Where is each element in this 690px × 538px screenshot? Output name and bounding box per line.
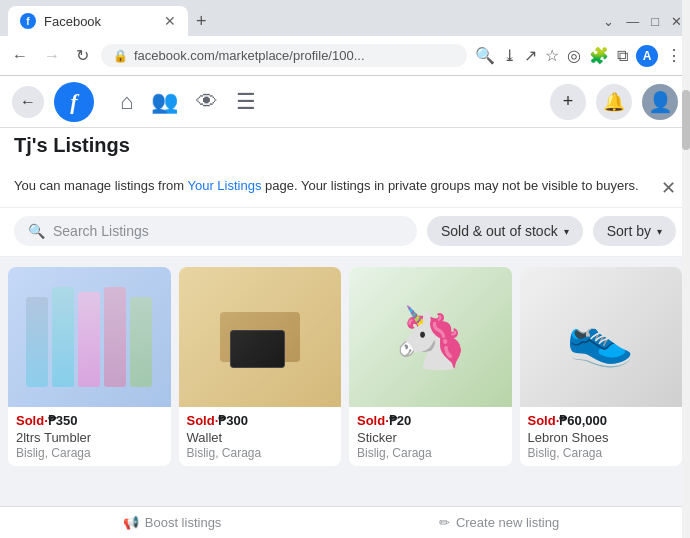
listings-section: Sold·₱350 2ltrs Tumbler Bislig, Caraga S… <box>0 257 690 476</box>
listing-card[interactable]: Sold·₱300 Wallet Bislig, Caraga <box>179 267 342 466</box>
search-icon: 🔍 <box>28 223 45 239</box>
sold-filter-chevron: ▾ <box>564 226 569 237</box>
fb-back-button[interactable]: ← <box>12 86 44 118</box>
listing-location: Bislig, Caraga <box>187 446 334 460</box>
page-title: Tj's Listings <box>14 134 676 157</box>
share-icon[interactable]: ↗ <box>524 46 537 65</box>
target-icon[interactable]: ◎ <box>567 46 581 65</box>
browser-toolbar: 🔍 ⤓ ↗ ☆ ◎ 🧩 ⧉ A ⋮ <box>475 45 682 67</box>
home-icon[interactable]: ⌂ <box>120 89 133 115</box>
sort-label: Sort by <box>607 223 651 239</box>
user-avatar[interactable]: 👤 <box>642 84 678 120</box>
fb-header: ← f ⌂ 👥 👁 ☰ + 🔔 👤 <box>0 76 690 128</box>
sold-label: Sold· <box>357 413 389 428</box>
listing-price: ₱350 <box>48 413 78 428</box>
scrollbar-thumb[interactable] <box>682 90 690 150</box>
notification-text: You can manage listings from Your Listin… <box>14 177 653 195</box>
tab-close-button[interactable]: ✕ <box>164 13 176 29</box>
new-tab-button[interactable]: + <box>196 12 207 30</box>
listing-card[interactable]: Sold·₱350 2ltrs Tumbler Bislig, Caraga <box>8 267 171 466</box>
fb-nav-icons: ⌂ 👥 👁 ☰ <box>120 89 256 115</box>
notification-banner: You can manage listings from Your Listin… <box>0 169 690 208</box>
active-tab[interactable]: f Facebook ✕ <box>8 6 188 36</box>
tab-favicon: f <box>20 13 36 29</box>
tab-bar: f Facebook ✕ + ⌄ — □ ✕ <box>0 0 690 36</box>
listing-info: Sold·₱300 Wallet Bislig, Caraga <box>179 407 342 466</box>
listing-price: ₱20 <box>389 413 411 428</box>
sold-filter-button[interactable]: Sold & out of stock ▾ <box>427 216 583 246</box>
listing-card[interactable]: 👟 Sold·₱60,000 Lebron Shoes Bislig, Cara… <box>520 267 683 466</box>
avatar-icon: 👤 <box>648 90 673 114</box>
search-box[interactable]: 🔍 Search Listings <box>14 216 417 246</box>
friends-icon[interactable]: 👥 <box>151 89 178 115</box>
listing-name: Wallet <box>187 430 334 445</box>
lock-icon: 🔒 <box>113 49 128 63</box>
refresh-button[interactable]: ↻ <box>72 44 93 67</box>
sort-chevron: ▾ <box>657 226 662 237</box>
listing-name: Lebron Shoes <box>528 430 675 445</box>
minimize-button[interactable]: — <box>626 14 639 29</box>
listing-info: Sold·₱20 Sticker Bislig, Caraga <box>349 407 512 466</box>
plus-button[interactable]: + <box>550 84 586 120</box>
download-icon[interactable]: ⤓ <box>503 46 516 65</box>
filters-bar: 🔍 Search Listings Sold & out of stock ▾ … <box>0 208 690 257</box>
close-button[interactable]: ✕ <box>671 14 682 29</box>
listing-image: 🦄 <box>349 267 512 407</box>
maximize-button[interactable]: □ <box>651 14 659 29</box>
back-button[interactable]: ← <box>8 45 32 67</box>
sold-price-row: Sold·₱60,000 <box>528 413 675 428</box>
listings-grid: Sold·₱350 2ltrs Tumbler Bislig, Caraga S… <box>8 267 682 466</box>
listing-card[interactable]: 🦄 Sold·₱20 Sticker Bislig, Caraga <box>349 267 512 466</box>
menu-icon[interactable]: ☰ <box>236 89 256 115</box>
boost-icon: 📢 <box>123 515 139 530</box>
create-listing-button[interactable]: ✏ Create new listing <box>439 515 559 530</box>
listing-image: 👟 <box>520 267 683 407</box>
listing-price: ₱60,000 <box>559 413 607 428</box>
page-title-area: Tj's Listings <box>0 128 690 169</box>
search-icon[interactable]: 🔍 <box>475 46 495 65</box>
listing-location: Bislig, Caraga <box>16 446 163 460</box>
listing-image <box>179 267 342 407</box>
win-chevron: ⌄ <box>603 14 614 29</box>
sort-by-button[interactable]: Sort by ▾ <box>593 216 676 246</box>
bookmark-icon[interactable]: ☆ <box>545 46 559 65</box>
listing-name: Sticker <box>357 430 504 445</box>
listing-location: Bislig, Caraga <box>357 446 504 460</box>
create-label: Create new listing <box>456 515 559 530</box>
listing-info: Sold·₱60,000 Lebron Shoes Bislig, Caraga <box>520 407 683 466</box>
notification-button[interactable]: 🔔 <box>596 84 632 120</box>
sold-price-row: Sold·₱20 <box>357 413 504 428</box>
fb-right-icons: + 🔔 👤 <box>550 84 678 120</box>
sold-filter-label: Sold & out of stock <box>441 223 558 239</box>
extensions-icon[interactable]: 🧩 <box>589 46 609 65</box>
forward-button[interactable]: → <box>40 45 64 67</box>
tab-title: Facebook <box>44 14 156 29</box>
listing-info: Sold·₱350 2ltrs Tumbler Bislig, Caraga <box>8 407 171 466</box>
boost-label: Boost listings <box>145 515 222 530</box>
sold-price-row: Sold·₱350 <box>16 413 163 428</box>
sidebar-icon[interactable]: ⧉ <box>617 47 628 65</box>
groups-icon[interactable]: 👁 <box>196 89 218 115</box>
browser-menu-icon[interactable]: ⋮ <box>666 46 682 65</box>
scrollbar-track <box>682 0 690 538</box>
address-bar: ← → ↻ 🔒 facebook.com/marketplace/profile… <box>0 36 690 76</box>
boost-listings-button[interactable]: 📢 Boost listings <box>123 515 222 530</box>
profile-avatar[interactable]: A <box>636 45 658 67</box>
listing-name: 2ltrs Tumbler <box>16 430 163 445</box>
url-text: facebook.com/marketplace/profile/100... <box>134 48 365 63</box>
notification-close-button[interactable]: ✕ <box>661 177 676 199</box>
window-controls: ⌄ — □ ✕ <box>603 14 682 29</box>
create-icon: ✏ <box>439 515 450 530</box>
fb-logo: f <box>54 82 94 122</box>
your-listings-link[interactable]: Your Listings <box>187 178 261 193</box>
bottom-bar: 📢 Boost listings ✏ Create new listing <box>0 506 682 538</box>
search-placeholder: Search Listings <box>53 223 149 239</box>
url-bar[interactable]: 🔒 facebook.com/marketplace/profile/100..… <box>101 44 467 67</box>
listing-location: Bislig, Caraga <box>528 446 675 460</box>
bell-icon: 🔔 <box>603 91 625 113</box>
sold-label: Sold· <box>187 413 219 428</box>
sold-price-row: Sold·₱300 <box>187 413 334 428</box>
sold-label: Sold· <box>528 413 560 428</box>
listing-price: ₱300 <box>218 413 248 428</box>
sold-label: Sold· <box>16 413 48 428</box>
